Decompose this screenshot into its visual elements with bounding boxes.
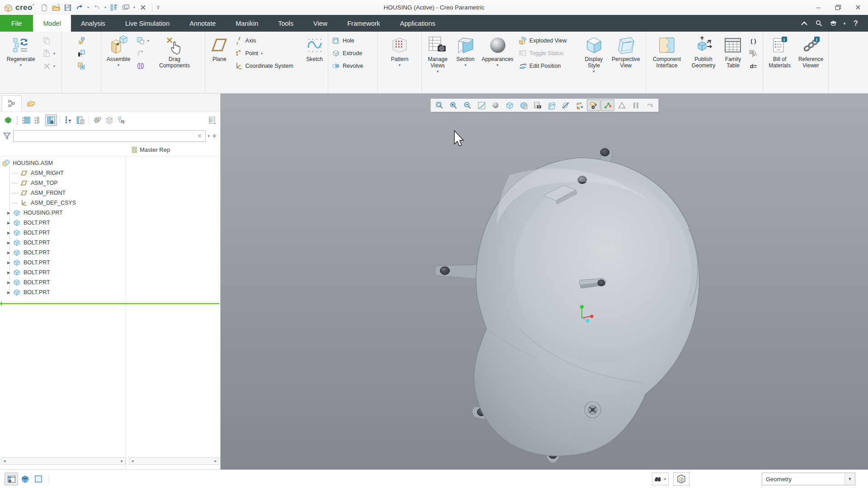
tree-item-bolt-prt[interactable]: ▶ BOLT.PRT [0,228,220,238]
minimize-icon[interactable]: ─ [808,0,828,15]
expand-arrow-icon[interactable]: ▶ [6,291,11,295]
expand-arrow-icon[interactable]: ▶ [6,231,11,235]
tab-analysis[interactable]: Analysis [71,15,115,32]
plane-button[interactable]: Plane [207,34,232,64]
housing-cover-face[interactable] [514,178,691,363]
column-header-master-rep[interactable]: Master Rep [131,146,170,153]
tree-columns-icon[interactable] [45,114,57,126]
tree-layers-icon[interactable] [104,115,115,126]
search-icon[interactable] [813,18,825,29]
tree-item-asm-right[interactable]: ASM_RIGHT [0,168,220,178]
tab-tools[interactable]: Tools [268,15,303,32]
tree-item-asm-front[interactable]: ASM_FRONT [0,188,220,198]
revolve-button[interactable]: Revolve [330,60,365,72]
tree-part-filter-icon[interactable] [3,115,14,126]
scroll-left-arrow-icon[interactable]: ◄ [3,459,6,463]
expand-arrow-icon[interactable]: ▶ [6,271,11,275]
delete-button[interactable]: ▾ [41,60,57,72]
tree-item-asm-def-csys[interactable]: ASM_DEF_CSYS [0,198,220,208]
edit-position-button[interactable]: 4x Edit Position [517,60,580,72]
expand-arrow-icon[interactable]: ▶ [6,261,11,265]
display-style-button[interactable]: Display Style ▼ [580,34,607,75]
folder-browser-tab[interactable] [22,96,41,112]
expand-arrow-icon[interactable]: ▶ [6,281,11,285]
search-model-button[interactable]: ▾ [652,473,669,485]
learning-caret-icon[interactable]: ▾ [842,18,847,29]
section-button[interactable]: Section ▼ [453,34,478,68]
filter-clear-icon[interactable]: ✕ [196,133,203,139]
window-switch-icon[interactable] [120,2,131,13]
help-icon[interactable]: ? [850,18,862,29]
redo-caret-icon[interactable]: ▾ [103,2,108,13]
appearances-button[interactable]: Appearances ▼ [479,34,516,68]
tab-model[interactable]: Model [33,15,71,32]
expand-arrow-icon[interactable]: ▶ [6,241,11,245]
axis-button[interactable]: Axis [233,35,302,47]
repeat-button[interactable] [135,47,151,59]
drag-components-button[interactable]: Drag Components [152,34,197,70]
component-create-button[interactable] [75,35,87,47]
copy-button[interactable] [41,35,57,47]
tab-file[interactable]: File [0,15,33,32]
tree-hscrollbar-right[interactable]: ◄► [129,457,219,465]
window-switch-caret-icon[interactable]: ▾ [132,2,137,13]
tree-item-bolt-prt[interactable]: ▶ BOLT.PRT [0,277,220,287]
tree-item-bolt-prt[interactable]: ▶ BOLT.PRT [0,267,220,277]
tab-manikin[interactable]: Manikin [226,15,268,32]
tree-item-bolt-prt[interactable]: ▶ BOLT.PRT [0,218,220,228]
tree-item-bolt-prt[interactable]: ▶ BOLT.PRT [0,287,220,297]
manage-views-button[interactable]: Manage Views ▼ [424,34,452,75]
expand-arrow-icon[interactable]: ▶ [6,211,11,215]
toggle-status-button[interactable]: Toggle Status [517,47,580,59]
filter-add-icon[interactable]: + [212,131,217,141]
import-button[interactable] [75,47,87,59]
toggle-navigation-panel-icon[interactable] [5,473,18,485]
learning-connector-icon[interactable] [827,18,839,29]
new-file-icon[interactable] [39,2,50,13]
sketch-placeholder-icon[interactable] [32,473,45,485]
tree-expand-list-icon[interactable] [21,115,32,126]
tree-select-pointer-icon[interactable] [116,115,127,126]
sketch-button[interactable]: Sketch [303,34,326,64]
close-icon[interactable]: ✕ [848,0,868,15]
open-file-icon[interactable] [51,2,61,13]
filter-caret-icon[interactable]: ▾ [208,134,210,138]
pattern-button[interactable]: Pattern ▼ [385,34,415,68]
close-window-icon[interactable] [137,2,148,13]
coordinate-system-button[interactable]: Coordinate System [233,60,302,72]
search-model-caret-icon[interactable]: ▾ [663,477,667,481]
reference-viewer-button[interactable]: i Reference Viewer [795,34,826,70]
tree-filter-settings-icon[interactable] [63,115,74,126]
parameters-button[interactable]: ( ) [749,35,758,47]
graphics-area[interactable] [221,94,868,469]
switch-symbols-button[interactable]: 15fx [747,47,759,59]
mirror-component-button[interactable] [135,60,151,72]
tree-drag-handle-icon[interactable] [15,115,19,126]
tree-item-housing-prt[interactable]: ▶ HOUSING.PRT [0,208,220,218]
tree-filter-input[interactable] [15,132,196,140]
tree-item-bolt-prt[interactable]: ▶ BOLT.PRT [0,258,220,267]
tree-item-bolt-prt[interactable]: ▶ BOLT.PRT [0,248,220,258]
scroll-right-arrow-icon[interactable]: ► [214,459,217,463]
selection-filter-caret-icon[interactable]: ▼ [844,473,855,485]
redo-icon[interactable] [91,2,102,13]
tree-collapse-list-icon[interactable] [33,115,44,126]
exploded-view-button[interactable]: Exploded View [517,35,580,47]
tab-applications[interactable]: Applications [390,15,445,32]
web-browser-icon[interactable] [18,473,32,485]
customize-toolbar-icon[interactable]: ⊽ [156,2,160,13]
tab-view[interactable]: View [303,15,337,32]
package-button[interactable]: ▾ [135,35,151,47]
housing-assembly-model[interactable] [221,94,868,470]
save-icon[interactable] [62,2,73,13]
undo-caret-icon[interactable]: ▾ [86,2,90,13]
selection-filter-combobox[interactable]: Geometry ▼ [762,473,855,485]
bill-of-materials-button[interactable]: i Bill of Materials [765,34,794,70]
tree-item-bolt-prt[interactable]: ▶ BOLT.PRT [0,238,220,248]
model-player-icon[interactable] [108,2,119,13]
paste-button[interactable]: ▾ [41,47,57,59]
tab-framework[interactable]: Framework [337,15,390,32]
tab-annotate[interactable]: Annotate [179,15,226,32]
model-appearance-box-icon[interactable] [673,472,689,486]
extrude-button[interactable]: Extrude [330,47,365,59]
